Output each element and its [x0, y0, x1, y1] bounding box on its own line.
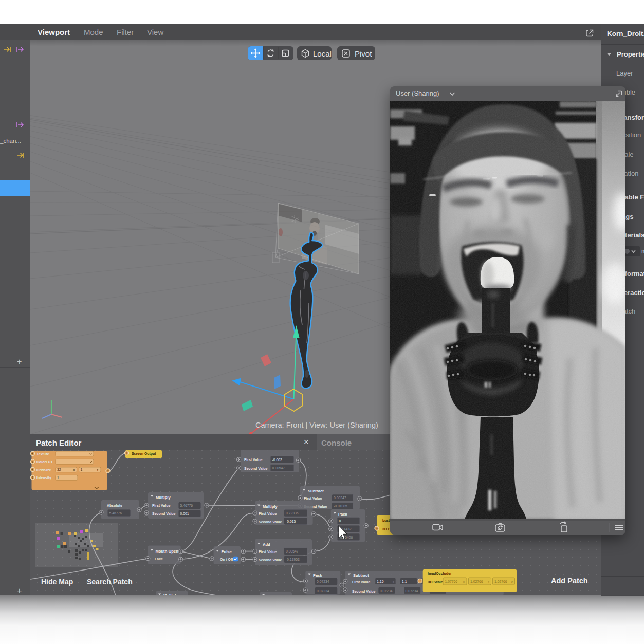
- svg-text:Pulse: Pulse: [222, 549, 232, 554]
- svg-text:Face: Face: [155, 557, 163, 561]
- svg-text:3D Scale: 3D Scale: [428, 580, 443, 584]
- svg-text:1: 1: [81, 468, 83, 471]
- svg-text:Mouth Open: Mouth Open: [156, 549, 179, 554]
- svg-text:Second Value: Second Value: [152, 512, 176, 516]
- svg-text:-0.002: -0.002: [272, 458, 282, 462]
- svg-text:_chan...: _chan...: [0, 138, 21, 144]
- svg-text:First Value: First Value: [352, 580, 371, 584]
- svg-text:0.07234: 0.07234: [317, 589, 329, 593]
- svg-text:0.00547: 0.00547: [286, 549, 299, 553]
- svg-text:Second Value: Second Value: [244, 467, 268, 470]
- svg-text:GridSize: GridSize: [36, 468, 51, 472]
- svg-text:5.46776: 5.46776: [109, 511, 122, 515]
- svg-text:Add: Add: [263, 542, 270, 547]
- svg-text:First Value: First Value: [259, 550, 277, 554]
- svg-text:1: 1: [57, 476, 59, 480]
- svg-text:0.07234: 0.07234: [406, 589, 418, 593]
- svg-text:Y: Y: [488, 580, 490, 583]
- svg-text:ColorLUT: ColorLUT: [36, 460, 53, 464]
- svg-text:First Value: First Value: [244, 458, 263, 462]
- svg-text:First Value: First Value: [304, 496, 322, 500]
- svg-text:1.02766: 1.02766: [470, 580, 483, 583]
- svg-text:Screen Output: Screen Output: [132, 452, 156, 456]
- svg-text:Camera: Front | View: User (Sh: Camera: Front | View: User (Sharing): [255, 421, 378, 429]
- svg-text:First Value: First Value: [152, 504, 171, 507]
- svg-text:z: z: [511, 580, 513, 583]
- svg-text:Pack: Pack: [313, 573, 323, 578]
- svg-text:Multiply: Multiply: [156, 495, 171, 500]
- svg-text:First Value: First Value: [259, 512, 277, 516]
- svg-text:Texture: Texture: [36, 452, 49, 456]
- svg-text:Second Value: Second Value: [352, 590, 376, 593]
- svg-text:1.02766: 1.02766: [494, 580, 507, 583]
- svg-text:-0.13953: -0.13953: [286, 558, 300, 561]
- svg-text:1.07766: 1.07766: [445, 580, 458, 583]
- svg-text:x: x: [463, 580, 465, 583]
- svg-text:0.07234: 0.07234: [380, 589, 393, 593]
- svg-text:Absolute: Absolute: [107, 504, 122, 507]
- svg-text:+: +: [17, 357, 22, 366]
- svg-text:bust.: bust.: [382, 519, 391, 522]
- svg-text:0: 0: [339, 519, 341, 523]
- svg-text:Subtract: Subtract: [353, 573, 369, 578]
- svg-text:Intensity: Intensity: [36, 476, 51, 480]
- svg-text:0.00347: 0.00347: [334, 496, 346, 500]
- svg-text:Y: Y: [97, 468, 99, 471]
- svg-text:Multiply: Multiply: [263, 504, 278, 509]
- svg-text:-0.01085: -0.01085: [334, 504, 347, 508]
- svg-text:Pack: Pack: [338, 512, 348, 517]
- svg-text:0.07234: 0.07234: [317, 580, 329, 583]
- svg-text:-0.15406: -0.15406: [339, 536, 353, 539]
- svg-text:32: 32: [57, 468, 61, 471]
- svg-text:0.72336: 0.72336: [286, 511, 299, 515]
- svg-text:0.00547: 0.00547: [272, 466, 285, 470]
- svg-text:Subtract: Subtract: [308, 489, 324, 493]
- svg-text:Second Value: Second Value: [259, 520, 282, 524]
- svg-text:+: +: [17, 586, 22, 595]
- svg-text:x: x: [393, 580, 394, 583]
- svg-text:headOccluder: headOccluder: [428, 572, 452, 575]
- svg-text:On / Off: On / Off: [220, 558, 233, 561]
- svg-text:-0.015: -0.015: [286, 520, 296, 523]
- svg-text:Second Value: Second Value: [259, 558, 282, 562]
- svg-text:1.15: 1.15: [377, 580, 383, 583]
- svg-text:5.46776: 5.46776: [180, 504, 193, 507]
- svg-text:1.1: 1.1: [402, 580, 407, 583]
- svg-text:0.001: 0.001: [180, 512, 189, 516]
- svg-text:3D P: 3D P: [382, 527, 391, 531]
